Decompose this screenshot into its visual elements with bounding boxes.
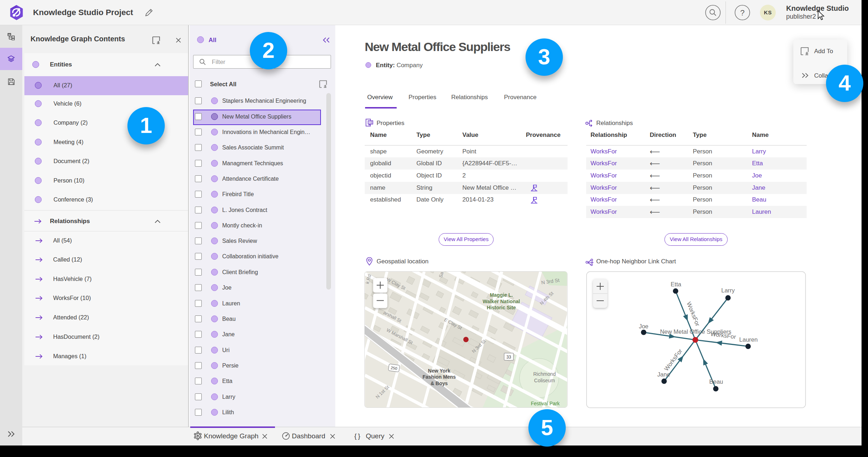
svg-text:250: 250 [391, 365, 398, 370]
svg-text:& Boys: & Boys [430, 380, 448, 386]
svg-text:Joe: Joe [639, 323, 649, 329]
svg-text:New York: New York [428, 368, 450, 374]
svg-text:Coliseum: Coliseum [534, 378, 555, 383]
svg-text:Lauren: Lauren [739, 336, 757, 343]
svg-text:33: 33 [507, 355, 512, 360]
svg-text:Festival Park: Festival Park [531, 401, 560, 406]
svg-text:Historic Site: Historic Site [487, 305, 516, 310]
svg-text:Beau: Beau [709, 378, 723, 385]
svg-text:Richmond: Richmond [533, 371, 556, 377]
svg-text:Walker National: Walker National [483, 299, 520, 304]
svg-text:Maggie L.: Maggie L. [490, 292, 513, 298]
svg-text:Etta: Etta [671, 281, 681, 287]
svg-text:Jane: Jane [657, 371, 670, 378]
svg-text:?: ? [740, 8, 745, 17]
svg-text:Fashion Mens: Fashion Mens [423, 374, 456, 380]
svg-text:Larry: Larry [721, 287, 735, 294]
